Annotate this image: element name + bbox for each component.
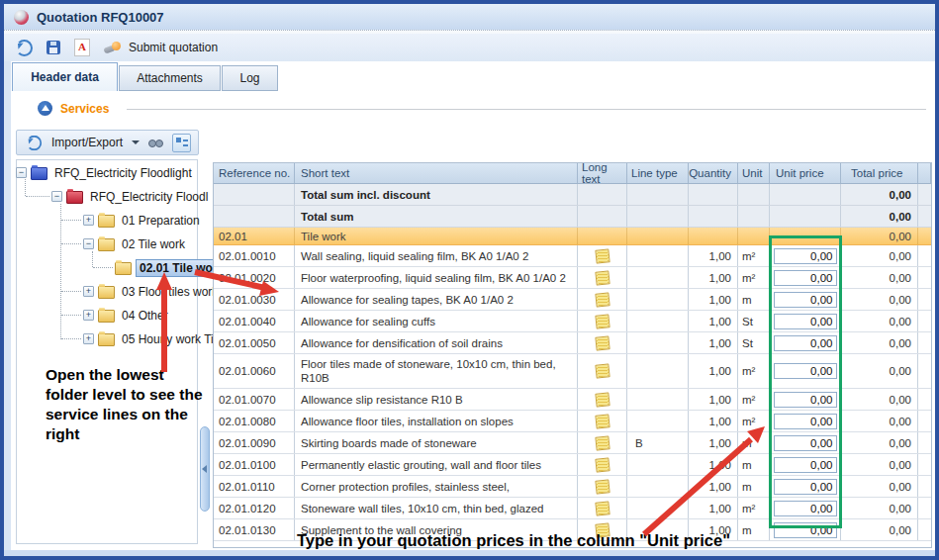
long-text-note-icon[interactable] (595, 292, 610, 307)
panel-edge-strip (4, 61, 11, 556)
long-text-note-icon[interactable] (595, 335, 610, 350)
import-export-dropdown-icon[interactable] (132, 140, 140, 144)
tree-item[interactable]: +03 Floor tiles works (83, 283, 227, 300)
unit-price-input[interactable] (774, 270, 837, 286)
tree-item[interactable]: +04 Other (83, 307, 171, 324)
long-text-note-icon[interactable] (595, 501, 610, 515)
table-row[interactable]: 02.01.0100 Permanently elastic grouting,… (214, 454, 931, 476)
tree-item[interactable]: 02.01 Tile work (115, 259, 228, 276)
tree-toolbar: Import/Export (16, 130, 199, 155)
tree-expander[interactable]: − (51, 191, 62, 202)
tree-expander[interactable]: + (83, 310, 94, 321)
unit-price-input[interactable] (774, 392, 837, 408)
long-text-note-icon[interactable] (595, 392, 610, 407)
refresh-icon[interactable] (16, 40, 33, 56)
tree-item-label: RFQ_Electricity Floodl (87, 189, 211, 205)
tree-item[interactable]: +01 Preparation (83, 212, 203, 229)
tree-item[interactable]: +05 Hourly work Tile (83, 330, 226, 347)
col-header-reference-no: Reference no. (214, 163, 295, 183)
unit-price-input[interactable] (774, 457, 837, 473)
tab-header-data[interactable]: Header data (12, 62, 118, 91)
col-header-unit-price: Unit price (770, 163, 841, 183)
unit-price-input[interactable] (774, 335, 837, 351)
tree-refresh-icon[interactable] (27, 135, 42, 149)
long-text-note-icon[interactable] (595, 248, 610, 263)
folder-icon (98, 215, 115, 228)
long-text-note-icon[interactable] (595, 270, 610, 285)
cell-filler (918, 245, 931, 266)
group-row-tile-work[interactable]: 02.01 Tile work 0,00 (214, 228, 931, 245)
cell-line-type (627, 389, 689, 410)
tree-item-label: 05 Hourly work Tile (119, 331, 226, 347)
table-row[interactable]: 02.01.0030 Allowance for sealing tapes, … (214, 289, 931, 311)
table-row[interactable]: 02.01.0120 Stoneware wall tiles, 10x10 c… (214, 498, 931, 519)
tab-log-label: Log (239, 71, 259, 85)
long-text-note-icon[interactable] (595, 363, 610, 378)
table-row[interactable]: 02.01.0010 Wall sealing, liquid sealing … (214, 245, 931, 267)
long-text-note-icon[interactable] (595, 479, 610, 494)
tree-connector (25, 179, 26, 196)
cell-line-type (627, 289, 689, 310)
cell-short-text: Wall sealing, liquid sealing film, BK A0… (295, 245, 578, 266)
cell-reference-no: 02.01.0110 (214, 476, 295, 497)
long-text-note-icon[interactable] (595, 314, 610, 328)
cell-unit: m² (738, 498, 770, 518)
cell-line-type (627, 476, 689, 497)
cell-reference-no: 02.01.0010 (214, 245, 295, 266)
tree-expander[interactable]: − (83, 238, 94, 249)
annotation-left: Open the lowest folder level to see the … (46, 365, 204, 444)
unit-price-input[interactable] (774, 363, 837, 379)
tree-item[interactable]: −02 Tile work (83, 235, 188, 252)
tree-item[interactable]: −RFQ_Electricity Floodl (51, 188, 211, 205)
unit-price-input[interactable] (774, 314, 837, 329)
col-header-long-text: Long text (578, 163, 627, 183)
table-row[interactable]: 02.01.0060 Floor tiles made of stoneware… (214, 354, 931, 389)
cell-line-type: B (627, 432, 689, 453)
table-row[interactable]: 02.01.0070 Allowance slip resistance R10… (214, 389, 931, 411)
table-row[interactable]: 02.01.0020 Floor waterproofing, liquid s… (214, 267, 931, 289)
unit-price-input[interactable] (774, 479, 837, 495)
tree-expander[interactable]: + (83, 215, 94, 226)
long-text-note-icon[interactable] (595, 414, 610, 428)
tree-view-toggle-button[interactable] (172, 134, 191, 152)
cell-reference-no: 02.01.0060 (214, 354, 295, 388)
save-icon[interactable] (47, 41, 60, 54)
tree-expander[interactable]: + (83, 333, 94, 344)
tree-item[interactable]: −RFQ_Electricity Floodlight (16, 164, 195, 181)
cell-unit: m (738, 432, 770, 453)
cell-total-price: 0,00 (841, 267, 918, 288)
quotation-window: Quotation RFQ10007 Submit quotation Head… (0, 0, 939, 560)
cell-short-text: Floor tiles made of stoneware, 10x10 cm,… (295, 354, 578, 388)
long-text-note-icon[interactable] (595, 435, 610, 450)
pdf-export-icon[interactable] (74, 39, 90, 56)
submit-icon (104, 41, 122, 54)
table-row[interactable]: 02.01.0050 Allowance for densification o… (214, 332, 931, 354)
folder-icon (98, 310, 115, 323)
cell-short-text: Allowance slip resistance R10 B (295, 389, 578, 410)
submit-quotation-button[interactable]: Submit quotation (104, 41, 218, 54)
unit-price-input[interactable] (774, 292, 837, 308)
cell-short-text: Floor waterproofing, liquid sealing film… (295, 267, 578, 288)
cell-quantity: 1,00 (689, 332, 738, 353)
search-binoculars-icon[interactable] (148, 139, 163, 147)
tree-expander[interactable]: + (83, 286, 94, 297)
table-row[interactable]: 02.01.0040 Allowance for sealing cuffs 1… (214, 311, 931, 332)
window-title: Quotation RFQ10007 (37, 10, 164, 25)
long-text-note-icon[interactable] (595, 457, 610, 472)
table-row[interactable]: 02.01.0110 Corner protection profiles, s… (214, 476, 931, 498)
unit-price-input[interactable] (774, 414, 837, 429)
cell-quantity: 1,00 (689, 432, 738, 453)
title-bar: Quotation RFQ10007 (4, 4, 935, 30)
services-collapse-icon[interactable] (38, 101, 52, 116)
unit-price-input[interactable] (774, 248, 837, 264)
import-export-button[interactable]: Import/Export (51, 136, 123, 149)
cell-filler (918, 389, 931, 410)
tab-log[interactable]: Log (222, 65, 278, 91)
table-row[interactable]: 02.01.0080 Allowance floor tiles, instal… (214, 411, 931, 432)
unit-price-input[interactable] (774, 435, 837, 451)
tree-connector (61, 338, 81, 339)
table-row[interactable]: 02.01.0090 Skirting boards made of stone… (214, 432, 931, 454)
tree-expander[interactable]: − (16, 167, 27, 178)
tab-attachments[interactable]: Attachments (119, 65, 221, 91)
unit-price-input[interactable] (774, 501, 837, 516)
